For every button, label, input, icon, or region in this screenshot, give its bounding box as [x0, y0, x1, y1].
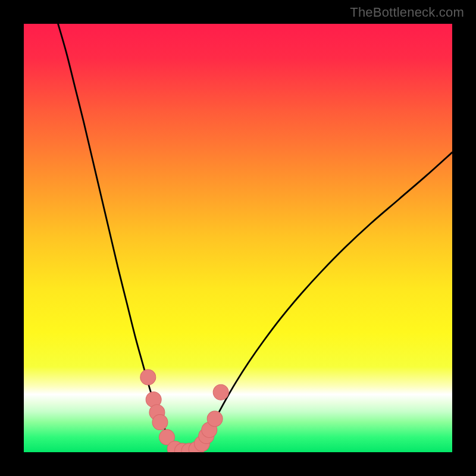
data-marker: [213, 384, 228, 400]
plot-area: [24, 24, 452, 452]
data-marker: [152, 415, 168, 430]
chart-frame: TheBottleneck.com: [0, 0, 476, 476]
data-markers: [140, 369, 228, 452]
data-marker: [140, 369, 156, 385]
data-marker: [207, 411, 223, 427]
left-curve: [58, 24, 178, 451]
watermark-text: TheBottleneck.com: [350, 5, 464, 20]
right-curve: [195, 152, 452, 451]
chart-svg: [24, 24, 452, 452]
